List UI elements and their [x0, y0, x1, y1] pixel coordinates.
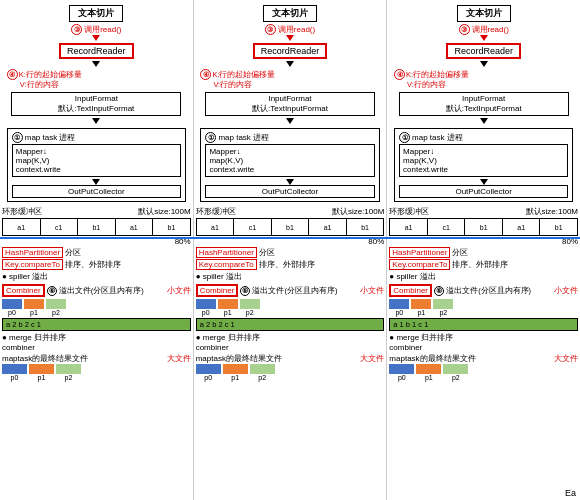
col2-key-row: Key.compareTo 排序、外部排序	[196, 259, 385, 270]
col3-map-task-title-row: ① map task 进程	[399, 132, 568, 143]
col3-final-label: maptask的最终结果文件	[389, 353, 475, 364]
col1-sort-label: 排序、外部排序	[65, 259, 121, 270]
col1-k-text: K:行的起始偏移量	[19, 70, 82, 80]
col1-call-read-text: 调用read()	[84, 24, 121, 35]
col3-hash-row: HashPartitioner 分区	[389, 247, 578, 258]
col3-k-row: ④ K:行的起始偏移量	[394, 69, 469, 80]
col1-p1-col: p1	[24, 299, 44, 316]
col3-p1-col: p1	[411, 299, 431, 316]
col1-call-read-area: ③ 调用read()	[2, 24, 191, 41]
col2-num3: ③	[265, 24, 276, 35]
col3-arrow3	[480, 118, 488, 124]
col2-partition-label: 分区	[259, 247, 275, 258]
col3-buf-b1: b1	[465, 219, 503, 235]
col2-mapper-box: Mapper↓ map(K,V) context.write	[205, 144, 374, 177]
col3-call-read-area: ③ 调用read()	[389, 24, 578, 41]
col2-map-task-title: map task 进程	[218, 132, 269, 143]
col2-top: 文本切片 ③ 调用read() RecordReader ④ K:行的起始偏移量…	[196, 2, 385, 204]
col2-output-file-desc: 溢出文件(分区且内有序)	[252, 286, 337, 295]
col1-input-format: InputFormat 默认:TextInputFormat	[11, 92, 181, 116]
col3-p0-label: p0	[395, 309, 403, 316]
col3-v-text: V:行的内容	[407, 80, 469, 90]
col2-p2-col: p2	[240, 299, 260, 316]
col1-kv-section: ④ K:行的起始偏移量 V:行的内容	[7, 69, 186, 90]
col3-map-task-box: ① map task 进程 Mapper↓ map(K,V) context.w…	[394, 128, 573, 202]
col1-map-task-box: ① map task 进程 Mapper↓ map(K,V) context.w…	[7, 128, 186, 202]
col1-num6: ⑥	[47, 286, 57, 296]
col3-num4: ④	[394, 69, 405, 80]
col3-buf-a1: a1	[390, 219, 428, 235]
col2-kv-labels: ④ K:行的起始偏移量 V:行的内容	[200, 69, 275, 90]
col2-p1-label: p1	[224, 309, 232, 316]
col1-buf-b1b: b1	[153, 219, 190, 235]
col1-buffer-bar: a1 c1 b1 a1 b1	[2, 218, 191, 236]
col3-default-size: 默认size:100M	[526, 206, 578, 217]
col2-input-format: InputFormat 默认:TextInputFormat	[205, 92, 375, 116]
col2-p2-bar	[240, 299, 260, 309]
col2-fp2-label: p2	[258, 374, 266, 381]
col1-map-task-title: map task 进程	[25, 132, 76, 143]
col2-merge-label: ● merge 归并排序	[196, 332, 385, 343]
col1-default-size: 默认size:100M	[138, 206, 190, 217]
col1-spiller: ● spiller 溢出	[2, 271, 191, 282]
col2-map-task-box: ① map task 进程 Mapper↓ map(K,V) context.w…	[200, 128, 379, 202]
col2-fp0: p0	[196, 364, 221, 381]
col3-fp1: p1	[416, 364, 441, 381]
col3-final-row: maptask的最终结果文件 大文件	[389, 353, 578, 364]
col3-arrow2	[480, 61, 488, 67]
col3-p0-bar	[389, 299, 409, 309]
col3-mapper-box: Mapper↓ map(K,V) context.write	[399, 144, 568, 177]
col1-final-bars: p0 p1 p2	[2, 364, 191, 381]
horizontal-divider	[0, 237, 580, 239]
col2-k-text: K:行的起始偏移量	[212, 70, 275, 80]
col1-fp0-label: p0	[11, 374, 19, 381]
col2-final-label: maptask的最终结果文件	[196, 353, 282, 364]
col2-p0-col: p0	[196, 299, 216, 316]
col3-combiner-box: Combiner	[389, 284, 432, 297]
col2-fp0-bar	[196, 364, 221, 374]
col2-spiller: ● spiller 溢出	[196, 271, 385, 282]
col2-buf-a1: a1	[197, 219, 235, 235]
col2-arrow1	[286, 35, 294, 41]
col1-hash-row: HashPartitioner 分区	[2, 247, 191, 258]
col1-p2-bar	[46, 299, 66, 309]
col1-if-label: InputFormat	[16, 94, 176, 103]
col2-combiner-row: Combiner ⑥ 溢出文件(分区且内有序) 小文件	[196, 284, 385, 297]
col3-if-label: InputFormat	[404, 94, 564, 103]
col3-num6: ⑥	[434, 286, 444, 296]
col1-mapper-l3: context.write	[16, 165, 177, 174]
col1-hash-part: HashPartitioner	[2, 247, 63, 258]
col1-top: 文本切片 ③ 调用read() RecordReader ④ K:行的起始偏移量	[2, 2, 191, 204]
col1-key-compare: Key.compareTo	[2, 259, 63, 270]
col2-fp1-bar	[223, 364, 248, 374]
col3-sort-label: 排序、外部排序	[452, 259, 508, 270]
col2-buf-b1b: b1	[347, 219, 384, 235]
col1-num1: ①	[12, 132, 23, 143]
col1-combiner-box: Combiner	[2, 284, 45, 297]
col3-k-text: K:行的起始偏移量	[406, 70, 469, 80]
col2-mapper-l1: Mapper↓	[209, 147, 370, 156]
col1-map-task-title-row: ① map task 进程	[12, 132, 181, 143]
col3-kv-section: ④ K:行的起始偏移量 V:行的内容	[394, 69, 573, 90]
col2-abc-bar: a 2 b 2 c 1	[196, 318, 385, 331]
col1-call-label: ③ 调用read()	[2, 24, 191, 35]
col1-v-text: V:行的内容	[20, 80, 82, 90]
col3-p-bars: p0 p1 p2	[389, 299, 578, 316]
col2-combiner-section: Combiner ⑥ 溢出文件(分区且内有序) 小文件 p0 p1	[196, 284, 385, 381]
col2-p1-col: p1	[218, 299, 238, 316]
col1-arrow1	[92, 35, 100, 41]
col1-arrow2	[92, 61, 100, 67]
col1-buffer-section: 环形缓冲区 默认size:100M a1 c1 b1 a1 b1 80% Has…	[2, 206, 191, 282]
column-3: 文本切片 ③ 调用read() RecordReader ④ K:行的起始偏移量…	[387, 0, 580, 500]
col3-fp2-bar	[443, 364, 468, 374]
col2-buffer-bar: a1 c1 b1 a1 b1	[196, 218, 385, 236]
col3-record-reader: RecordReader	[446, 43, 521, 59]
col2-buf-c1: c1	[234, 219, 272, 235]
col1-final-label: maptask的最终结果文件	[2, 353, 88, 364]
col2-record-reader: RecordReader	[253, 43, 328, 59]
col2-num4: ④	[200, 69, 211, 80]
col1-k-row: ④ K:行的起始偏移量	[7, 69, 82, 80]
col3-key-row: Key.compareTo 排序、外部排序	[389, 259, 578, 270]
col3-mapper-l2: map(K,V)	[403, 156, 564, 165]
col2-ring-buffer: 环形缓冲区	[196, 206, 236, 217]
